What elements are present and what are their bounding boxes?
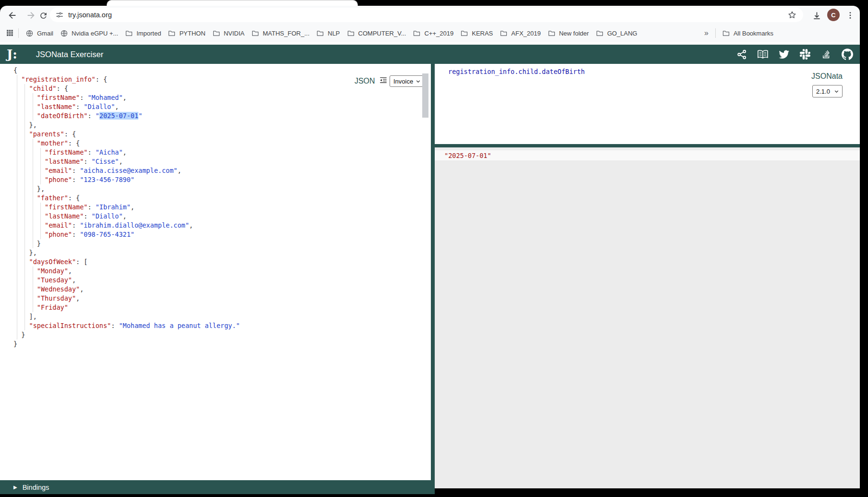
code-line: "phone": "098-765-4321" [13, 230, 240, 239]
folder-icon [460, 29, 468, 37]
folder-icon [316, 29, 324, 37]
address-bar[interactable]: try.jsonata.org [50, 8, 803, 22]
folder-icon [168, 29, 176, 37]
json-mode-label: JSON [355, 76, 388, 86]
apps-grid-icon[interactable] [6, 29, 14, 39]
bookmark-item[interactable]: COMPUTER_V... [343, 26, 410, 40]
bookmark-item[interactable]: AFX_2019 [496, 26, 544, 40]
profile-avatar[interactable]: C [827, 9, 840, 21]
source-select[interactable]: Invoice [390, 75, 424, 87]
format-json-icon[interactable] [379, 76, 388, 86]
bookmark-item[interactable]: New folder [544, 26, 592, 40]
code-line: ], [13, 312, 240, 321]
download-icon[interactable] [811, 10, 822, 21]
code-line: "lastName": "Cisse", [13, 157, 240, 166]
bookmark-item[interactable]: NVIDIA [209, 26, 248, 40]
code-line: "Friday" [13, 303, 240, 312]
bindings-bar[interactable]: ▶ Bindings [0, 480, 431, 494]
bookmark-label: PYTHON [179, 30, 205, 37]
version-select-value: 2.1.0 [816, 88, 830, 95]
code-line: "parents": { [13, 130, 240, 139]
code-line: "firstName": "Ibrahim", [13, 203, 240, 212]
bookmark-label: New folder [559, 30, 589, 37]
all-bookmarks-label: All Bookmarks [734, 30, 773, 37]
bookmark-label: NLP [328, 30, 340, 37]
code-line: "daysOfWeek": [ [13, 257, 240, 267]
share-icon[interactable] [736, 49, 747, 60]
bookmark-item[interactable]: KERAS [457, 26, 496, 40]
code-line: }, [13, 184, 240, 194]
code-line: "specialInstructions": "Mohamed has a pe… [13, 321, 240, 330]
folder-icon [596, 29, 604, 37]
folder-icon [347, 29, 355, 37]
bookmark-item[interactable]: PYTHON [164, 26, 208, 40]
browser-menu-icon[interactable] [844, 10, 856, 21]
json-input-panel[interactable]: {"registration_info": {"child": {"firstN… [0, 64, 431, 480]
jsonata-label: JSONata [811, 72, 843, 81]
code-line: }, [13, 248, 240, 257]
folder-icon [212, 29, 220, 37]
expression-panel[interactable]: registration_info.child.dateOfBirth JSON… [435, 64, 860, 144]
json-mode-text: JSON [355, 77, 375, 85]
code-line: "child": { [13, 84, 240, 93]
code-line: "Thursday", [13, 294, 240, 303]
chevron-down-icon [833, 88, 840, 95]
code-line: "lastName": "Diallo", [13, 102, 240, 111]
bookmark-label: KERAS [472, 30, 493, 37]
bindings-label: Bindings [23, 484, 49, 491]
chevron-down-icon [415, 78, 421, 85]
code-line: "dateOfBirth": "2025-07-01" [13, 111, 240, 121]
json-editor-content[interactable]: {"registration_info": {"child": {"firstN… [13, 66, 240, 349]
bookmark-star-icon[interactable] [787, 10, 797, 22]
code-line: "Monday", [13, 267, 240, 276]
code-line: "firstName": "Mohamed", [13, 93, 240, 102]
code-line: } [13, 239, 240, 248]
header-icons [736, 48, 853, 60]
panel-divider-vertical[interactable] [431, 64, 435, 494]
back-button[interactable] [7, 10, 18, 21]
all-bookmarks-button[interactable]: All Bookmarks [719, 26, 777, 40]
bookmark-label: AFX_2019 [511, 30, 540, 37]
expand-triangle-icon: ▶ [13, 485, 17, 490]
browser-toolbar: try.jsonata.org C [0, 6, 860, 24]
bookmark-label: C++_2019 [424, 30, 453, 37]
globe-icon [25, 29, 34, 37]
bookmarks-overflow-chevron[interactable]: » [697, 29, 715, 37]
globe-icon [60, 29, 68, 37]
site-info-icon[interactable] [55, 11, 64, 21]
version-select[interactable]: 2.1.0 [812, 85, 843, 97]
reload-button[interactable] [37, 10, 49, 21]
slack-icon[interactable] [799, 49, 811, 60]
docs-icon[interactable] [757, 48, 769, 60]
bookmarks-list: GmailNvidia eGPU +...ImportedPYTHONNVIDI… [22, 24, 641, 42]
bookmark-label: COMPUTER_V... [358, 30, 406, 37]
bookmark-item[interactable]: Gmail [22, 26, 57, 40]
folder-icon [413, 29, 421, 37]
code-line: "firstName": "Aicha", [13, 148, 240, 157]
divider [18, 28, 19, 38]
bookmark-item[interactable]: MATHS_FOR_... [248, 26, 313, 40]
expression-text[interactable]: registration_info.child.dateOfBirth [448, 67, 585, 76]
forward-button[interactable] [25, 10, 37, 21]
bookmark-label: GO_LANG [607, 30, 637, 37]
code-line: "lastName": "Diallo", [13, 212, 240, 221]
stackoverflow-icon[interactable] [820, 49, 832, 60]
bookmark-item[interactable]: NLP [313, 26, 343, 40]
bookmark-item[interactable]: C++_2019 [409, 26, 457, 40]
result-line [435, 150, 860, 160]
github-icon[interactable] [842, 48, 853, 60]
panel-divider-horizontal[interactable] [431, 144, 860, 147]
bookmark-label: Nvidia eGPU +... [72, 30, 118, 37]
bookmarks-right-group: » All Bookmarks [697, 24, 777, 42]
bookmark-item[interactable]: Imported [122, 26, 164, 40]
twitter-icon[interactable] [778, 49, 790, 60]
right-panel-controls: JSONata 2.1.0 [811, 72, 843, 97]
bookmark-item[interactable]: GO_LANG [592, 26, 641, 40]
folder-icon [500, 29, 508, 37]
source-select-value: Invoice [393, 78, 413, 85]
code-line: "father": { [13, 194, 240, 203]
bookmark-item[interactable]: Nvidia eGPU +... [57, 26, 122, 40]
scrollbar-thumb[interactable] [422, 73, 428, 118]
left-panel-controls: JSON Invoice [355, 71, 424, 87]
jsonata-logo: J: [7, 47, 18, 61]
